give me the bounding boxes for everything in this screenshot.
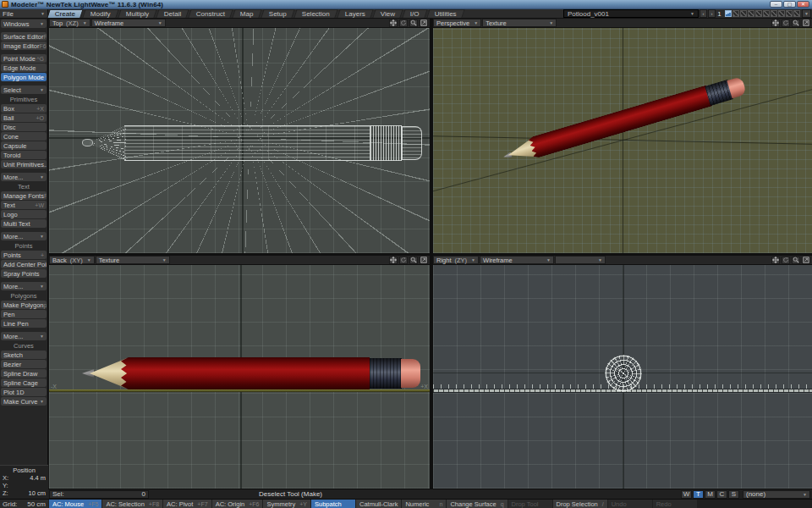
view-type-dropdown[interactable]: Right (ZY) ▼: [433, 256, 479, 264]
rotate-icon[interactable]: [399, 19, 408, 27]
layer-next-button[interactable]: ›: [708, 9, 716, 18]
sidebar-item-windows[interactable]: Windows▼: [1, 19, 47, 28]
menu-tab-setup[interactable]: Setup: [261, 9, 294, 18]
minimize-button[interactable]: –: [770, 1, 782, 8]
render-mode-dropdown[interactable]: Wireframe ▼: [480, 256, 554, 264]
sidebar-item-more-[interactable]: More...▼: [1, 332, 47, 340]
sidebar-item-bezier[interactable]: Bezier: [1, 360, 47, 368]
sidebar-item-capsule[interactable]: Capsule: [1, 141, 47, 150]
menu-tab-detail[interactable]: Detail: [156, 9, 189, 18]
rotate-icon[interactable]: [399, 257, 408, 264]
sidebar-item-polygon-mode[interactable]: Polygon Mode^H: [1, 73, 47, 81]
render-mode-dropdown[interactable]: Texture ▼: [482, 19, 557, 27]
mode-button-change-surface[interactable]: Change Surfaceq: [447, 500, 507, 508]
sidebar-item-manage-fonts[interactable]: Manage FontsF10: [1, 191, 47, 200]
mode-button-catmull-clark[interactable]: Catmull-Clark: [356, 500, 401, 508]
sidebar-item-make-curve[interactable]: Make Curve▼: [1, 397, 47, 406]
mode-button-ac-selection[interactable]: AC: Selection+F8: [102, 500, 162, 508]
view-type-dropdown[interactable]: Back (XY) ▼: [49, 256, 95, 264]
visibility-toggle-m[interactable]: M: [705, 490, 716, 499]
expand-icon[interactable]: [420, 19, 428, 27]
sidebar-item-logo[interactable]: Logo: [1, 210, 47, 218]
sidebar-item-disc[interactable]: Disc: [1, 123, 47, 131]
sidebar-item-multi-text[interactable]: Multi Text: [1, 219, 47, 228]
object-selector[interactable]: Potlood_v001 ▼: [563, 9, 699, 18]
viewport-top-canvas[interactable]: [49, 28, 430, 253]
sidebar-item-edge-mode[interactable]: Edge Mode: [1, 64, 47, 72]
layer-box-3[interactable]: [740, 10, 747, 17]
sidebar-item-more-[interactable]: More...▼: [1, 173, 47, 181]
sidebar-item-spray-points[interactable]: Spray Points: [1, 269, 47, 278]
menu-tab-create[interactable]: Create: [47, 9, 83, 18]
maximize-button[interactable]: ▢: [783, 1, 796, 8]
menu-tab-selection[interactable]: Selection: [294, 9, 337, 18]
menu-tab-view[interactable]: View: [372, 9, 403, 18]
file-menu-button[interactable]: File ▼: [0, 9, 48, 18]
mode-button-drop-selection[interactable]: Drop Selection/: [553, 500, 607, 508]
expand-icon[interactable]: [420, 257, 428, 264]
sidebar-item-text[interactable]: Text+W: [1, 201, 47, 209]
zoom-icon[interactable]: [792, 19, 800, 27]
layer-box-6[interactable]: [763, 10, 770, 17]
viewport-back-canvas[interactable]: -X +X: [49, 265, 430, 489]
sidebar-item-add-center-point[interactable]: Add Center Point: [1, 260, 47, 268]
layer-box-10[interactable]: [793, 10, 800, 17]
mode-button-ac-origin[interactable]: AC: Origin+F6: [212, 500, 263, 508]
viewport-right-canvas[interactable]: [433, 265, 812, 489]
sidebar-item-ball[interactable]: Ball+O: [1, 113, 47, 122]
layer-list-button[interactable]: ▼: [802, 9, 811, 18]
layer-box-4[interactable]: [748, 10, 754, 17]
mode-button-ac-mouse[interactable]: AC: Mouse+F5: [49, 500, 102, 508]
sidebar-item-surface-editor[interactable]: Surface EditorF5: [1, 32, 47, 41]
sidebar-item-more-[interactable]: More...▼: [1, 282, 47, 290]
sidebar-item-plot-1d[interactable]: Plot 1D: [1, 388, 47, 396]
pan-icon[interactable]: [771, 257, 780, 264]
mode-button-subpatch[interactable]: Subpatch: [311, 500, 355, 508]
sidebar-item-unit-primitives-[interactable]: Unit Primitives..▼: [1, 160, 47, 168]
viewport-perspective-canvas[interactable]: [433, 28, 812, 253]
layer-box-1[interactable]: [725, 10, 732, 17]
menu-tab-construct[interactable]: Construct: [189, 9, 233, 18]
layer-box-8[interactable]: [778, 10, 785, 17]
sidebar-item-point-mode[interactable]: Point Mode^G: [1, 54, 47, 63]
sidebar-item-toroid[interactable]: Toroid: [1, 151, 47, 159]
zoom-icon[interactable]: [409, 257, 418, 264]
extra-dropdown[interactable]: ▼: [555, 256, 606, 264]
visibility-toggle-s[interactable]: S: [728, 490, 739, 499]
menu-tab-multiply[interactable]: Multiply: [118, 9, 156, 18]
vertex-map-dropdown[interactable]: (none) ▼: [743, 490, 810, 499]
sidebar-item-line-pen[interactable]: Line Pen: [1, 319, 47, 328]
menu-tab-utilities[interactable]: Utilities: [426, 9, 464, 18]
menu-tab-layers[interactable]: Layers: [337, 9, 373, 18]
zoom-icon[interactable]: [792, 257, 800, 264]
view-type-dropdown[interactable]: Top (XZ) ▼: [49, 19, 91, 27]
expand-icon[interactable]: [802, 257, 810, 264]
visibility-toggle-w[interactable]: W: [681, 490, 692, 499]
sidebar-item-spline-cage[interactable]: Spline Cage: [1, 378, 47, 387]
layer-box-5[interactable]: [755, 10, 762, 17]
menu-tab-i-o[interactable]: I/O: [402, 9, 427, 18]
expand-icon[interactable]: [802, 19, 810, 27]
layer-prev-button[interactable]: ‹: [700, 9, 707, 18]
sidebar-item-sketch[interactable]: Sketch: [1, 351, 47, 359]
close-button[interactable]: ✕: [797, 1, 809, 8]
sidebar-item-points[interactable]: Points+: [1, 251, 47, 259]
mode-button-numeric[interactable]: Numericn: [402, 500, 446, 508]
visibility-toggle-t[interactable]: T: [693, 490, 704, 499]
menu-tab-map[interactable]: Map: [233, 9, 262, 18]
menu-tab-modify[interactable]: Modify: [82, 9, 118, 18]
pan-icon[interactable]: [389, 19, 398, 27]
sidebar-item-spline-draw[interactable]: Spline Draw: [1, 369, 47, 378]
sidebar-item-more-[interactable]: More...▼: [1, 232, 47, 240]
rotate-icon[interactable]: [782, 19, 790, 27]
pan-icon[interactable]: [389, 257, 398, 264]
sidebar-item-select[interactable]: Select▼: [1, 86, 47, 94]
sidebar-item-make-polygon[interactable]: Make Polygonp: [1, 301, 47, 309]
sidebar-item-pen[interactable]: Pen: [1, 310, 47, 318]
zoom-icon[interactable]: [409, 19, 418, 27]
sidebar-item-image-editor[interactable]: Image EditorF6: [1, 41, 47, 50]
layer-box-9[interactable]: [786, 10, 793, 17]
layer-box-7[interactable]: [771, 10, 777, 17]
mode-button-ac-pivot[interactable]: AC: Pivot+F7: [163, 500, 211, 508]
render-mode-dropdown[interactable]: Texture ▼: [96, 256, 170, 264]
